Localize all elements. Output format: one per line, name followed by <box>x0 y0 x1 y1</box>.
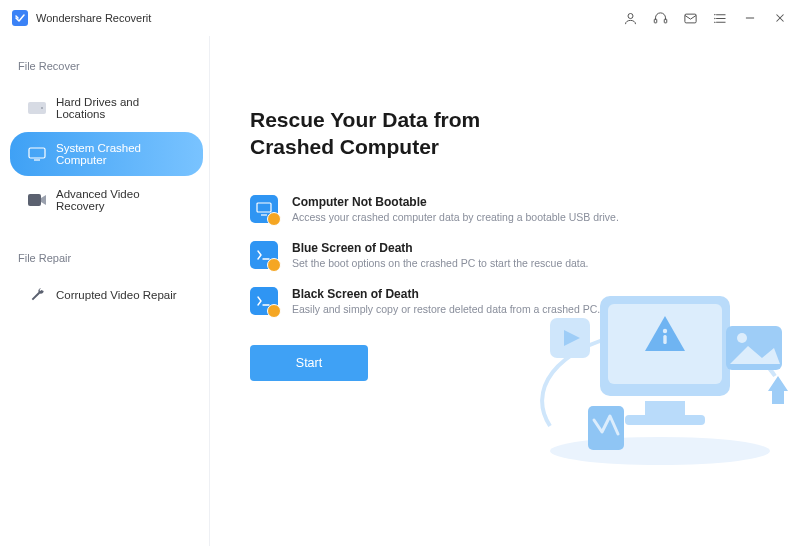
sidebar-item-system-crashed[interactable]: System Crashed Computer <box>10 132 203 176</box>
feature-title: Computer Not Bootable <box>292 195 619 209</box>
sidebar-item-corrupted-video[interactable]: Corrupted Video Repair <box>10 278 203 312</box>
svg-point-9 <box>714 21 715 22</box>
crashed-computer-illustration <box>530 256 790 476</box>
sidebar-item-label: Advanced Video Recovery <box>56 188 185 212</box>
titlebar: Wondershare Recoverit <box>0 0 800 36</box>
svg-rect-32 <box>588 406 624 450</box>
svg-rect-18 <box>257 203 271 212</box>
svg-point-27 <box>663 329 667 333</box>
sidebar-heading: File Repair <box>0 252 209 264</box>
sidebar-item-label: System Crashed Computer <box>56 142 185 166</box>
sidebar-section-repair: File Repair Corrupted Video Repair <box>0 252 209 312</box>
svg-point-7 <box>714 14 715 15</box>
hard-drive-icon <box>28 101 46 115</box>
main-content: Rescue Your Data from Crashed Computer C… <box>210 36 800 546</box>
mail-icon[interactable] <box>682 10 698 26</box>
svg-rect-13 <box>28 102 46 114</box>
user-icon[interactable] <box>622 10 638 26</box>
sidebar: File Recover Hard Drives and Locations S… <box>0 36 210 546</box>
svg-point-8 <box>714 18 715 19</box>
sidebar-heading: File Recover <box>0 60 209 72</box>
start-button[interactable]: Start <box>250 345 368 381</box>
video-icon <box>28 193 46 207</box>
sidebar-item-label: Corrupted Video Repair <box>56 289 177 301</box>
feature-title: Blue Screen of Death <box>292 241 589 255</box>
svg-rect-17 <box>28 194 41 206</box>
close-icon[interactable] <box>772 10 788 26</box>
svg-rect-15 <box>29 148 45 158</box>
sidebar-item-label: Hard Drives and Locations <box>56 96 185 120</box>
terminal-icon <box>250 241 278 269</box>
svg-rect-3 <box>684 14 695 23</box>
sidebar-item-hard-drives[interactable]: Hard Drives and Locations <box>10 86 203 130</box>
feature-text: Computer Not Bootable Access your crashe… <box>292 195 619 223</box>
computer-boot-icon <box>250 195 278 223</box>
minimize-icon[interactable] <box>742 10 758 26</box>
app-body: File Recover Hard Drives and Locations S… <box>0 36 800 546</box>
svg-rect-28 <box>663 335 666 344</box>
titlebar-right <box>622 10 788 26</box>
feature-desc: Access your crashed computer data by cre… <box>292 211 619 223</box>
page-title: Rescue Your Data from Crashed Computer <box>250 106 570 161</box>
sidebar-item-advanced-video[interactable]: Advanced Video Recovery <box>10 178 203 222</box>
svg-point-22 <box>550 437 770 465</box>
svg-point-14 <box>41 107 43 109</box>
svg-rect-26 <box>625 415 705 425</box>
terminal-dark-icon <box>250 287 278 315</box>
menu-icon[interactable] <box>712 10 728 26</box>
sidebar-section-recover: File Recover Hard Drives and Locations S… <box>0 60 209 222</box>
app-logo-icon <box>12 10 28 26</box>
svg-point-0 <box>628 13 633 18</box>
feature-not-bootable: Computer Not Bootable Access your crashe… <box>250 195 760 223</box>
support-icon[interactable] <box>652 10 668 26</box>
monitor-icon <box>28 147 46 161</box>
svg-point-30 <box>737 333 747 343</box>
wrench-icon <box>28 288 46 302</box>
svg-rect-25 <box>645 401 685 415</box>
app-title: Wondershare Recoverit <box>36 12 151 24</box>
titlebar-left: Wondershare Recoverit <box>12 10 151 26</box>
